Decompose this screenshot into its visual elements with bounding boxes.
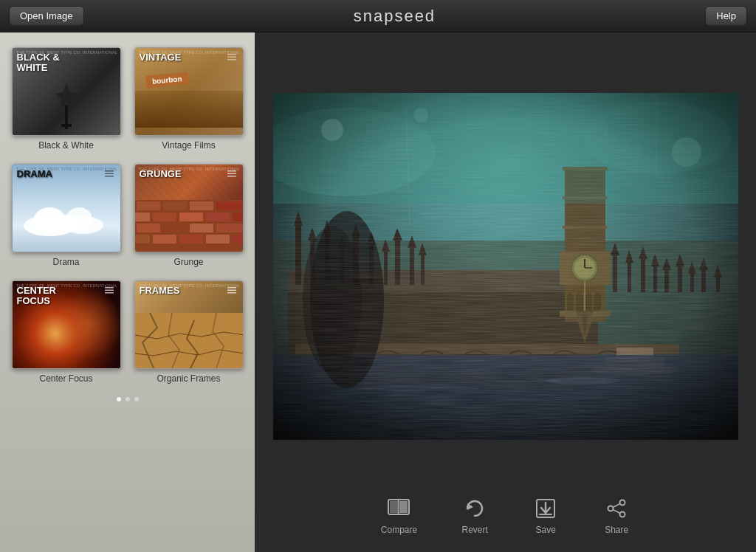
share-button[interactable]: Share [603,495,630,535]
svg-rect-33 [179,235,203,244]
svg-point-137 [608,506,614,511]
svg-rect-28 [163,224,187,232]
svg-line-140 [613,510,620,514]
svg-rect-26 [233,213,244,221]
svg-rect-45 [227,292,236,294]
sidebar: BLACK & WHITE THE TYPE SE_MENT TYPE CO. … [0,32,255,552]
photo-display [273,93,738,440]
svg-rect-22 [135,213,150,221]
svg-rect-35 [233,235,244,244]
svg-rect-41 [105,292,114,294]
filter-thumb-grunge[interactable]: GRUNGE [134,164,244,252]
filter-thumb-frames[interactable]: FRAMES [134,280,244,369]
svg-rect-27 [137,224,160,232]
content-area: Compare Revert [255,32,756,552]
filter-item-frames[interactable]: FRAMES [134,280,244,384]
svg-rect-20 [190,201,213,210]
app-title: snapseed [354,7,436,26]
save-label: Save [535,525,555,535]
svg-rect-130 [399,501,408,513]
filter-thumb-vintage[interactable]: VINTAGE bourbon THE TYPE SE_MENT TYPE CO… [134,47,244,136]
svg-rect-21 [216,201,243,210]
dot-2[interactable] [126,397,130,401]
topbar: Open Image snapseed Help [0,0,756,32]
filter-item-grunge[interactable]: GRUNGE [134,164,244,267]
toolbar: Compare Revert [269,486,741,545]
open-image-button[interactable]: Open Image [9,6,84,26]
filter-label-grunge: Grunge [173,257,203,267]
filter-thumb-centerfocus[interactable]: CENTER FOCUS THE TYPE SE_MENT TYPE CO. I… [12,280,121,369]
filter-thumb-drama[interactable]: DRAMA THE TYPE SE_MEN [12,164,121,252]
svg-point-126 [672,137,701,167]
filter-item-vintage[interactable]: VINTAGE bourbon THE TYPE SE_MENT TYPE CO… [134,47,244,151]
svg-point-127 [413,108,428,123]
svg-rect-18 [137,201,160,210]
svg-rect-25 [206,213,230,221]
svg-rect-129 [390,501,398,513]
svg-rect-31 [135,235,150,244]
filter-tag-bw: BLACK & WHITE [17,52,61,74]
save-button[interactable]: Save [532,495,559,535]
svg-point-125 [321,119,343,141]
revert-icon [461,495,488,522]
svg-rect-29 [190,224,213,232]
svg-rect-30 [216,224,243,232]
share-label: Share [605,525,628,535]
compare-icon [385,495,412,522]
svg-rect-15 [105,173,114,175]
share-icon [603,495,630,522]
dot-1[interactable] [117,397,121,401]
svg-rect-40 [105,290,114,291]
svg-rect-16 [105,176,114,177]
svg-rect-32 [153,235,176,244]
filter-tag-centerfocus: CENTER FOCUS [17,286,56,307]
svg-rect-23 [153,213,176,221]
compare-label: Compare [381,525,417,535]
svg-rect-2 [61,124,72,127]
svg-line-139 [613,504,620,508]
svg-point-13 [66,207,92,231]
revert-button[interactable]: Revert [461,495,488,535]
page-indicator [117,397,139,401]
svg-rect-42 [135,313,244,368]
svg-rect-19 [163,201,187,210]
photo-container [269,47,741,486]
filter-label-bw: Black & White [38,140,94,151]
filter-item-drama[interactable]: DRAMA THE TYPE SE_MEN [12,164,121,267]
svg-rect-34 [206,235,230,244]
filter-grid: BLACK & WHITE THE TYPE SE_MENT TYPE CO. … [0,40,255,391]
svg-point-136 [620,500,625,506]
compare-button[interactable]: Compare [381,495,417,535]
svg-rect-124 [273,93,738,204]
filter-label-frames: Organic Frames [157,373,220,384]
svg-rect-24 [179,213,203,221]
save-icon [532,495,559,522]
filter-thumb-bw[interactable]: BLACK & WHITE THE TYPE SE_MENT TYPE CO. … [12,47,121,136]
main-layout: BLACK & WHITE THE TYPE SE_MENT TYPE CO. … [0,32,756,552]
dot-3[interactable] [134,397,139,401]
filter-label-vintage: Vintage Films [162,140,215,151]
svg-marker-0 [55,83,78,108]
help-button[interactable]: Help [705,6,747,26]
svg-rect-44 [227,290,236,291]
svg-point-138 [620,512,625,517]
filter-item-bw[interactable]: BLACK & WHITE THE TYPE SE_MENT TYPE CO. … [12,47,121,151]
revert-label: Revert [462,525,488,535]
svg-marker-132 [467,503,473,510]
filter-item-centerfocus[interactable]: CENTER FOCUS THE TYPE SE_MENT TYPE CO. I… [12,280,121,384]
filter-label-centerfocus: Center Focus [39,373,92,384]
filter-label-drama: Drama [52,257,79,267]
